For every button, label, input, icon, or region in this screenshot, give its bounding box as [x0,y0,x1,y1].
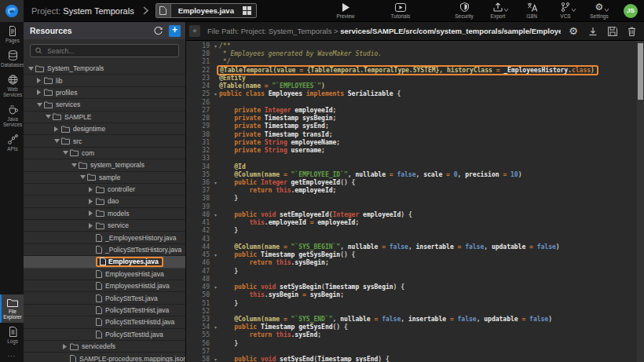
tree-caret[interactable] [89,210,96,216]
tree-item[interactable]: SAMPLE [24,112,185,123]
sidebar-item-databases[interactable]: Databases [0,46,24,71]
search-box[interactable] [30,44,179,57]
tree-item-selected[interactable]: Employees.java [24,256,185,268]
code-line[interactable]: 38 } [186,195,644,203]
sidebar-item-file-explorer[interactable]: File Explorer [0,294,24,323]
fold-marker-icon[interactable]: ▾ [212,211,219,219]
grid-icon[interactable] [241,6,256,15]
scrollbar-thumb[interactable] [638,43,643,100]
tree-caret[interactable] [89,223,96,229]
tree-caret[interactable] [54,126,61,132]
file-settings-gear-icon[interactable]: ⚙ [569,25,578,37]
code-line[interactable]: 58▾ public void setSysEnd(Timestamp sysE… [186,356,644,362]
tutorials-button[interactable]: Tutorials [389,0,412,22]
tree-item[interactable]: PolicySttTest.java [24,292,185,304]
editor-scrollbar[interactable] [637,41,644,362]
code-line[interactable]: 37 return this.employeeId; [186,187,644,195]
caret-right-icon[interactable] [89,210,93,216]
tree-caret[interactable] [89,187,96,192]
code-line[interactable]: 45▾ public Timestamp getSysBegin() { [186,251,644,259]
code-line[interactable]: 56 } [186,340,644,348]
code-line[interactable]: 55 return this.sysEnd; [186,331,644,339]
tree-caret[interactable] [71,163,79,167]
fold-marker-icon[interactable]: ▾ [212,251,219,259]
tree-item[interactable]: lib [24,75,185,86]
code-line[interactable]: 53 @Column(name = "`SYS_END`", nullable … [186,316,644,324]
fold-marker-icon[interactable]: ▾ [212,179,219,187]
refresh-icon[interactable] [154,27,163,35]
code-line[interactable]: 43 [186,236,644,243]
code-line[interactable]: 33 [186,155,644,163]
code-line[interactable]: 28 private Timestamp sysBegin; [186,115,644,122]
fold-marker-icon[interactable]: ▾ [212,90,219,98]
tree-item[interactable]: src [24,135,185,147]
caret-down-icon[interactable] [63,151,68,155]
tree-item[interactable]: sample [24,172,185,184]
tree-item[interactable]: controller [24,184,185,196]
tree-caret[interactable] [37,78,44,83]
search-input[interactable] [46,46,174,56]
code-line[interactable]: 24@Table(name = "`EMPLOYEES`") [186,82,644,90]
tree-item[interactable]: _PolicySttTestHistory.java [24,244,185,256]
caret-right-icon[interactable] [54,126,58,132]
fold-marker-icon[interactable]: ▾ [212,356,219,362]
sidebar-item-web-services[interactable]: Web Services [0,71,24,101]
tree-caret[interactable] [63,344,70,349]
tree-item[interactable]: services [24,99,185,111]
caret-down-icon[interactable] [71,163,77,167]
code-line[interactable]: 54▾ public Timestamp getSysEnd() { [186,324,644,331]
security-button[interactable]: Security [452,0,476,22]
tree-caret[interactable] [37,103,44,107]
tree-item[interactable]: PolicySttTestHistId.java [24,316,185,328]
tree-caret[interactable] [37,90,44,95]
tree-item[interactable]: dao [24,196,185,207]
settings-button[interactable]: ⚙ Settings [587,0,611,22]
code-line[interactable]: 31 private String employeeName; [186,139,644,147]
code-line[interactable]: 52 [186,308,644,316]
code-line-highlighted[interactable]: 22@TableTemporal(value = {TableTemporal.… [186,67,644,75]
wavemaker-logo[interactable] [0,0,24,22]
open-file-tab[interactable]: Employees.java [156,3,257,18]
tree-caret[interactable] [80,175,87,179]
rail-overflow-button[interactable]: ... [0,347,24,362]
tree-item[interactable]: models [24,208,185,220]
download-file-icon[interactable] [588,27,598,36]
code-line[interactable]: 46 return this.sysBegin; [186,259,644,267]
sidebar-item-logs[interactable]: Logs [0,323,24,347]
tree-item[interactable]: PolicySttTestId.java [24,329,185,341]
i18n-button[interactable]: I18N [520,0,543,22]
code-line[interactable]: 48 [186,276,644,283]
code-line[interactable]: 41 this.employeeId = employeeId; [186,219,644,227]
fold-marker-icon[interactable]: ▾ [212,42,219,50]
code-line[interactable]: 27 private Integer employeeId; [186,107,644,115]
fold-marker-icon[interactable]: ▾ [212,324,219,331]
code-line[interactable]: 20 * Employees generated by WaveMaker St… [186,50,644,58]
tree-item[interactable]: PolicySttTestHist.java [24,305,185,316]
save-file-icon[interactable] [608,27,617,36]
code-line[interactable]: 49▾ public void setSysBegin(Timestamp sy… [186,283,644,291]
caret-down-icon[interactable] [46,115,51,119]
delete-file-icon[interactable] [628,27,636,36]
export-button[interactable]: Export [486,0,510,22]
tree-item[interactable]: designtime [24,123,185,135]
code-line[interactable]: 29 private Timestamp sysEnd; [186,122,644,130]
sidebar-item-pages[interactable]: Pages [0,22,24,46]
tree-caret[interactable] [63,151,70,155]
code-editor[interactable]: 19▾/**20 * Employees generated by WaveMa… [186,41,644,362]
add-resource-button[interactable]: + [169,25,181,37]
tree-caret[interactable] [28,67,35,71]
caret-right-icon[interactable] [37,78,41,83]
code-line[interactable]: 32 private String username; [186,147,644,155]
caret-right-icon[interactable] [89,199,93,204]
tree-item[interactable]: EmployeesHist.java [24,269,185,280]
code-line[interactable]: 44 @Column(name = "`SYS_BEGIN`", nullabl… [186,243,644,251]
tree-item[interactable]: SAMPLE-procedures.mappings.json [24,353,185,362]
caret-down-icon[interactable] [80,175,86,179]
caret-down-icon[interactable] [37,103,42,107]
code-line[interactable]: 51 } [186,300,644,308]
caret-right-icon[interactable] [63,344,67,349]
code-line[interactable]: 42 } [186,227,644,235]
caret-right-icon[interactable] [89,187,93,192]
code-line[interactable]: 34 @Id [186,163,644,171]
tree-item[interactable]: servicedefs [24,341,185,353]
